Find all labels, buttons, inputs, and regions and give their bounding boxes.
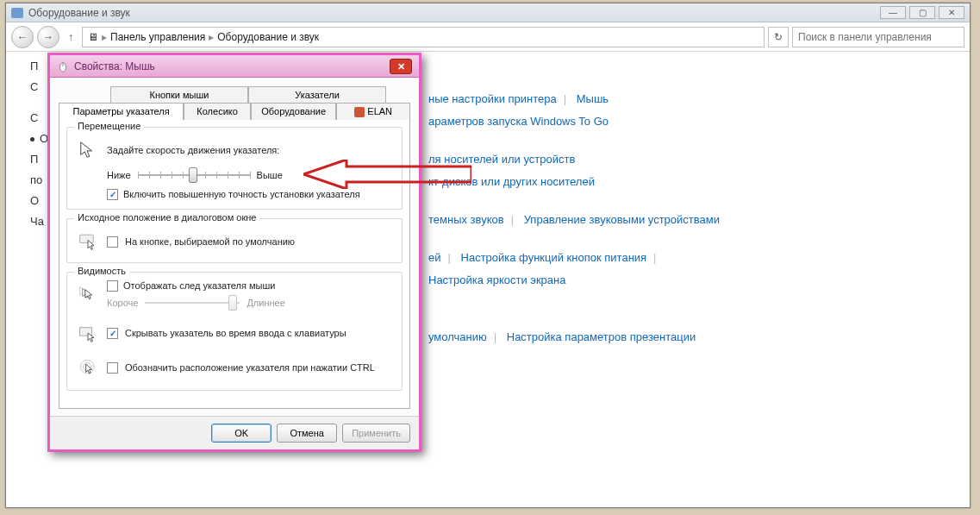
sidebar-fragments: П С С О П по О Ча: [30, 57, 48, 233]
apply-button[interactable]: Применить: [342, 424, 410, 443]
group-motion: Перемещение Задайте скорость движения ук…: [66, 127, 403, 210]
group-snap-to: Исходное положение в диалоговом окне На …: [66, 218, 403, 263]
navigation-bar: ← → ↑ 🖥 ▸ Панель управления ▸ Оборудован…: [6, 22, 970, 52]
tab-wheel[interactable]: Колесико: [184, 103, 251, 120]
dialog-button-bar: OK Отмена Применить: [50, 416, 419, 449]
svg-rect-2: [80, 235, 94, 242]
mouse-icon: [57, 60, 69, 72]
maximize-button[interactable]: ▢: [909, 6, 935, 19]
hide-typing-cursor-icon: [76, 321, 100, 345]
motion-cursor-icon: [76, 138, 100, 162]
slider-thumb[interactable]: [189, 167, 197, 183]
main-titlebar: Оборудование и звук — ▢ ✕: [6, 3, 970, 22]
link-system-sounds[interactable]: темных звуков: [428, 213, 504, 226]
window-title: Оборудование и звук: [28, 7, 130, 19]
nav-forward-button[interactable]: →: [37, 26, 59, 48]
link-manage-audio[interactable]: Управление звуковыми устройствами: [524, 213, 720, 226]
nav-back-button[interactable]: ←: [11, 26, 34, 48]
checkbox-ctrl-locate[interactable]: [107, 362, 118, 374]
ctrl-locate-label: Обозначить расположение указателя при на…: [125, 361, 375, 374]
dialog-titlebar[interactable]: Свойства: Мышь ✕: [50, 55, 419, 78]
bullet-icon: [30, 137, 34, 141]
link-printer-settings[interactable]: ные настройки принтера: [428, 92, 557, 105]
link-power-fragment[interactable]: ей: [428, 251, 441, 264]
tab-pointers[interactable]: Указатели: [248, 86, 386, 103]
breadcrumb-separator: ▸: [102, 31, 107, 43]
mouse-properties-dialog: Свойства: Мышь ✕ Кнопки мыши Указатели П…: [47, 53, 421, 452]
trails-cursor-icon: [76, 283, 100, 307]
tab-elan[interactable]: ELAN: [336, 103, 410, 120]
dialog-title: Свойства: Мышь: [74, 60, 155, 72]
link-default[interactable]: умолчанию: [428, 330, 487, 343]
link-brightness[interactable]: Настройка яркости экрана: [428, 273, 565, 286]
breadcrumb-control-panel[interactable]: Панель управления: [110, 31, 205, 43]
pointer-speed-slider[interactable]: [138, 167, 250, 183]
tab-buttons[interactable]: Кнопки мыши: [110, 86, 248, 103]
checkbox-hide-while-typing[interactable]: [107, 328, 118, 339]
slider-slow-label: Ниже: [107, 170, 131, 180]
tab-hardware[interactable]: Оборудование: [251, 103, 337, 120]
trails-length-slider: [145, 295, 240, 311]
nav-up-button[interactable]: ↑: [63, 31, 78, 43]
link-windows-to-go[interactable]: араметров запуска Windows To Go: [428, 115, 609, 128]
trails-long-label: Длиннее: [247, 298, 284, 308]
checkbox-snap-to[interactable]: [107, 236, 118, 248]
trails-short-label: Короче: [107, 298, 138, 308]
ctrl-locate-cursor-icon: [76, 355, 100, 380]
link-autoplay-devices[interactable]: ля носителей или устройств: [428, 153, 575, 166]
category-links: ные настройки принтера| Мышь араметров з…: [428, 52, 727, 350]
trails-slider-thumb: [228, 295, 237, 311]
group-visibility: Видимость Отображать след указателя мыши…: [66, 272, 403, 391]
link-disc-media[interactable]: кт-дисков или других носителей: [428, 175, 595, 188]
breadcrumb-separator: ▸: [209, 31, 214, 43]
hide-while-typing-label: Скрывать указатель во время ввода с клав…: [125, 327, 346, 339]
group-snapto-title: Исходное положение в диалоговом окне: [74, 212, 259, 223]
snapto-cursor-icon: [76, 229, 100, 254]
link-presentation-settings[interactable]: Настройка параметров презентации: [507, 330, 696, 343]
enhance-precision-label: Включить повышенную точность установки у…: [123, 188, 360, 200]
tab-row-top: Кнопки мыши Указатели: [110, 86, 386, 103]
link-power-buttons[interactable]: Настройка функций кнопок питания: [461, 251, 647, 264]
ok-button[interactable]: OK: [211, 424, 272, 443]
cancel-button[interactable]: Отмена: [277, 424, 337, 443]
link-mouse[interactable]: Мышь: [577, 92, 609, 105]
tab-row-bottom: Параметры указателя Колесико Оборудовани…: [59, 103, 410, 120]
dialog-body: Кнопки мыши Указатели Параметры указател…: [50, 78, 419, 416]
motion-label: Задайте скорость движения указателя:: [107, 145, 279, 155]
tab-pointer-options[interactable]: Параметры указателя: [59, 103, 184, 120]
group-motion-title: Перемещение: [74, 121, 144, 131]
minimize-button[interactable]: —: [880, 6, 906, 19]
snap-to-label: На кнопке, выбираемой по умолчанию: [125, 236, 295, 248]
checkbox-pointer-trails[interactable]: [107, 280, 118, 292]
search-input[interactable]: [792, 27, 964, 47]
breadcrumb[interactable]: 🖥 ▸ Панель управления ▸ Оборудование и з…: [82, 27, 765, 47]
breadcrumb-root-icon: 🖥: [88, 31, 98, 43]
elan-icon: [354, 107, 365, 117]
tab-panel: Перемещение Задайте скорость движения ук…: [59, 119, 410, 409]
pointer-trails-label: Отображать след указателя мыши: [123, 279, 275, 292]
dialog-close-button[interactable]: ✕: [390, 59, 412, 74]
close-window-button[interactable]: ✕: [939, 6, 964, 19]
breadcrumb-hardware-sound[interactable]: Оборудование и звук: [217, 31, 319, 43]
group-visibility-title: Видимость: [74, 266, 129, 276]
slider-fast-label: Выше: [257, 170, 283, 180]
window-app-icon: [11, 8, 23, 18]
checkbox-enhance-precision[interactable]: [107, 189, 118, 200]
refresh-button[interactable]: ↻: [768, 27, 789, 47]
